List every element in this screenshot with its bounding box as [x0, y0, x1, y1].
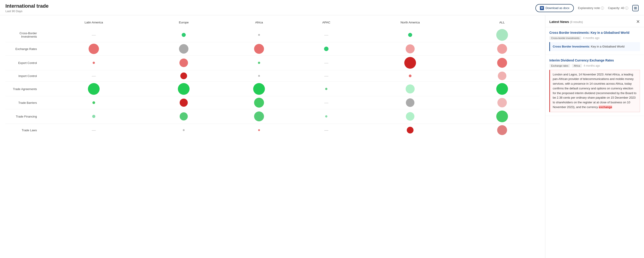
- matrix-cell[interactable]: [222, 28, 297, 42]
- matrix-cell[interactable]: [222, 109, 297, 124]
- matrix-cell[interactable]: [464, 109, 540, 124]
- dot-indicator: [253, 83, 265, 95]
- table-row: Import Control——: [6, 70, 540, 82]
- news-tag[interactable]: Cross-border investments: [549, 36, 581, 40]
- matrix-cell[interactable]: [222, 82, 297, 96]
- matrix-cell[interactable]: [146, 56, 222, 70]
- svg-rect-1: [634, 8, 637, 8]
- dash-indicator: —: [324, 74, 328, 78]
- dot-indicator: [180, 112, 188, 120]
- matrix-cell[interactable]: [146, 70, 222, 82]
- news-excerpt-highlight: exchange: [599, 105, 612, 109]
- dot-indicator: [497, 44, 507, 54]
- matrix-cell[interactable]: [464, 42, 540, 56]
- matrix-cell[interactable]: [222, 70, 297, 82]
- news-item-title[interactable]: Cross Border Investments: Key in a Globa…: [549, 31, 640, 35]
- dot-indicator: [180, 73, 187, 79]
- dot-indicator: [325, 88, 328, 90]
- explanatory-note-info-icon[interactable]: i: [601, 7, 604, 10]
- dot-indicator: [180, 59, 188, 67]
- matrix-cell[interactable]: [41, 82, 146, 96]
- matrix-cell[interactable]: [146, 124, 222, 136]
- dash-indicator: —: [324, 33, 328, 37]
- matrix-cell[interactable]: [464, 124, 540, 136]
- matrix-cell[interactable]: [464, 56, 540, 70]
- table-row: Cross-Border Investments——: [6, 28, 540, 42]
- row-label: Trade Financing: [6, 109, 41, 124]
- matrix-col-latin-america: Latin America: [41, 19, 146, 28]
- news-tag[interactable]: Africa: [572, 64, 582, 68]
- dot-indicator: [497, 125, 507, 135]
- dot-indicator: [408, 33, 412, 37]
- dot-indicator: [178, 83, 190, 95]
- matrix-cell[interactable]: [41, 56, 146, 70]
- news-item: Cross Border Investments: Key in a Globa…: [545, 27, 644, 55]
- dot-indicator: [92, 101, 95, 104]
- matrix-cell[interactable]: [297, 82, 356, 96]
- matrix-col-africa: Africa: [222, 19, 297, 28]
- table-row: Trade Financing: [6, 109, 540, 124]
- dash-indicator: —: [92, 74, 96, 78]
- matrix-cell[interactable]: [464, 70, 540, 82]
- dot-indicator: [406, 98, 414, 107]
- matrix-cell[interactable]: [146, 28, 222, 42]
- matrix-cell[interactable]: [146, 42, 222, 56]
- row-label: Import Control: [6, 70, 41, 82]
- matrix-cell[interactable]: [222, 56, 297, 70]
- matrix-cell[interactable]: [356, 28, 464, 42]
- matrix-cell[interactable]: [356, 42, 464, 56]
- dot-indicator: [254, 111, 264, 121]
- matrix-cell[interactable]: [222, 96, 297, 109]
- matrix-cell[interactable]: [41, 96, 146, 109]
- matrix-cell[interactable]: [356, 70, 464, 82]
- matrix-cell[interactable]: —: [41, 70, 146, 82]
- matrix-cell[interactable]: [222, 42, 297, 56]
- download-button[interactable]: W Download as docx: [536, 4, 574, 12]
- matrix-cell[interactable]: —: [297, 124, 356, 136]
- matrix-cell[interactable]: [146, 82, 222, 96]
- matrix-cell[interactable]: —: [41, 28, 146, 42]
- matrix-cell[interactable]: [464, 82, 540, 96]
- matrix-cell[interactable]: —: [297, 96, 356, 109]
- matrix-cell[interactable]: [222, 124, 297, 136]
- news-item-title[interactable]: Interim Dividend Currency Exchange Rates: [549, 59, 640, 62]
- matrix-cell[interactable]: [41, 42, 146, 56]
- dot-indicator: [258, 75, 260, 77]
- row-label: Export Control: [6, 56, 41, 70]
- dot-indicator: [496, 29, 508, 41]
- row-label: Cross-Border Investments: [6, 28, 41, 42]
- matrix-cell[interactable]: [356, 82, 464, 96]
- dot-indicator: [88, 44, 99, 54]
- dot-indicator: [254, 44, 264, 54]
- matrix-cell[interactable]: [146, 96, 222, 109]
- dot-indicator: [179, 44, 188, 54]
- matrix-cell[interactable]: [297, 109, 356, 124]
- dot-indicator: [180, 99, 188, 107]
- matrix-col-all: ALL: [464, 19, 540, 28]
- word-icon: W: [540, 6, 544, 10]
- matrix-header-blank: [6, 19, 41, 28]
- capacity-info-icon[interactable]: i: [625, 7, 628, 10]
- matrix-cell[interactable]: [356, 96, 464, 109]
- list-view-button[interactable]: [632, 5, 638, 11]
- row-label: Trade Agreements: [6, 82, 41, 96]
- matrix-cell[interactable]: [464, 96, 540, 109]
- news-tag[interactable]: Exchange rates: [549, 64, 570, 68]
- table-row: Trade Barriers—: [6, 96, 540, 109]
- matrix-cell[interactable]: [464, 28, 540, 42]
- news-close-button[interactable]: ✕: [636, 19, 640, 24]
- matrix-cell[interactable]: [356, 56, 464, 70]
- dash-indicator: —: [324, 61, 328, 65]
- table-row: Trade Laws——: [6, 124, 540, 136]
- matrix-cell[interactable]: —: [41, 124, 146, 136]
- matrix-cell[interactable]: [41, 109, 146, 124]
- dot-indicator: [407, 127, 414, 133]
- matrix-cell[interactable]: [356, 124, 464, 136]
- matrix-cell[interactable]: —: [297, 70, 356, 82]
- matrix-cell[interactable]: —: [297, 28, 356, 42]
- news-preview-box: Cross Border Investments: Key in a Globa…: [549, 42, 640, 51]
- matrix-cell[interactable]: [146, 109, 222, 124]
- matrix-cell[interactable]: [356, 109, 464, 124]
- matrix-cell[interactable]: —: [297, 56, 356, 70]
- matrix-cell[interactable]: [297, 42, 356, 56]
